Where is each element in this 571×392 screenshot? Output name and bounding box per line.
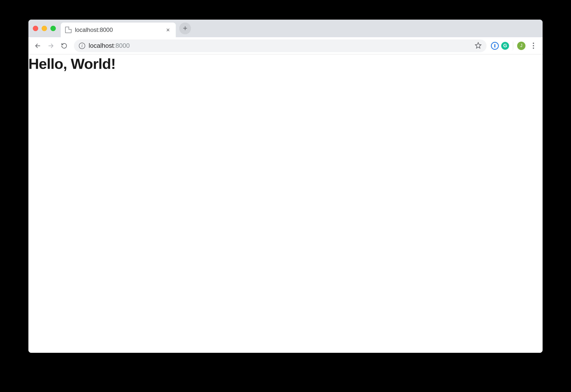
extension-grammarly-icon[interactable]: G	[501, 42, 509, 50]
url-text: localhost:8000	[89, 42, 130, 49]
star-icon	[475, 42, 482, 49]
toolbar-divider	[513, 42, 513, 50]
page-viewport: Hello, World!	[29, 54, 542, 353]
browser-tab[interactable]: localhost:8000 ×	[61, 23, 176, 37]
page-icon	[65, 27, 71, 33]
close-tab-icon[interactable]: ×	[165, 26, 171, 34]
browser-menu-button[interactable]	[528, 43, 539, 49]
dots-icon	[533, 45, 534, 46]
url-host: localhost	[89, 42, 114, 49]
extension-1password-icon[interactable]	[491, 42, 499, 50]
arrow-right-icon	[48, 43, 54, 49]
page-heading: Hello, World!	[29, 55, 542, 72]
site-info-icon[interactable]: i	[79, 43, 85, 49]
keyhole-icon	[492, 43, 497, 48]
arrow-left-icon	[35, 43, 41, 49]
window-minimize-button[interactable]	[42, 26, 47, 31]
new-tab-button[interactable]: +	[179, 23, 191, 34]
window-maximize-button[interactable]	[50, 26, 56, 31]
forward-button[interactable]	[45, 40, 56, 51]
bookmark-button[interactable]	[475, 42, 482, 50]
window-controls	[33, 26, 56, 31]
reload-icon	[61, 43, 67, 49]
dots-icon	[533, 47, 534, 49]
toolbar: i localhost:8000 G J	[29, 37, 542, 54]
window-close-button[interactable]	[33, 26, 38, 31]
address-bar[interactable]: i localhost:8000	[74, 39, 486, 52]
back-button[interactable]	[32, 40, 43, 51]
tab-title: localhost:8000	[75, 27, 161, 33]
browser-window: localhost:8000 × + i localhost:8000	[29, 20, 542, 353]
tab-strip: localhost:8000 × +	[29, 20, 542, 37]
dots-icon	[533, 43, 534, 44]
svg-rect-0	[494, 44, 495, 47]
profile-avatar[interactable]: J	[517, 42, 526, 50]
reload-button[interactable]	[59, 40, 70, 51]
url-port: :8000	[114, 42, 130, 49]
